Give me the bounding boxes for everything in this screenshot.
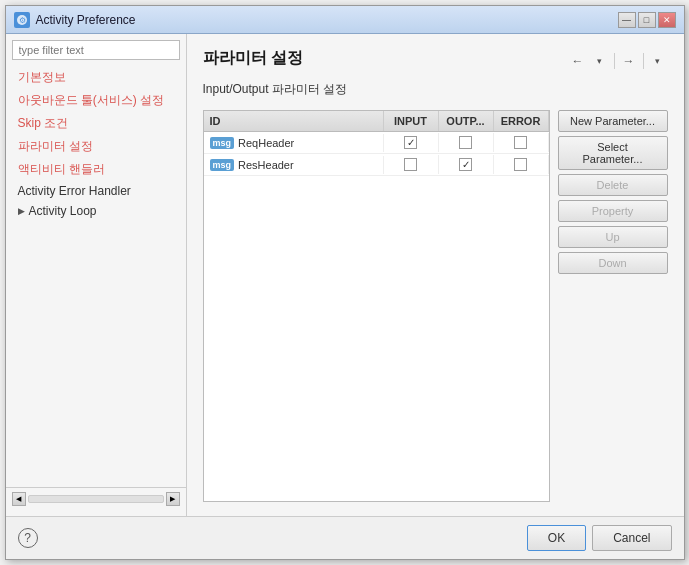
footer: ? OK Cancel xyxy=(6,516,684,559)
main-title: 파라미터 설정 xyxy=(203,48,303,69)
main-content: 파라미터 설정 ← ▾ → ▾ Input/Output 파라미터 설정 ID … xyxy=(187,34,684,516)
cell-output-0[interactable] xyxy=(439,133,494,152)
checkbox-error-1[interactable] xyxy=(514,158,527,171)
cancel-button[interactable]: Cancel xyxy=(592,525,671,551)
title-bar: ⚙ Activity Preference — □ ✕ xyxy=(6,6,684,34)
checkbox-input-1[interactable] xyxy=(404,158,417,171)
menu-dropdown-button[interactable]: ▾ xyxy=(648,51,668,71)
down-button[interactable]: Down xyxy=(558,252,668,274)
close-button[interactable]: ✕ xyxy=(658,12,676,28)
expand-arrow-icon: ▶ xyxy=(18,206,25,216)
toolbar: ← ▾ → ▾ xyxy=(568,51,668,71)
maximize-button[interactable]: □ xyxy=(638,12,656,28)
table-row[interactable]: msg ReqHeader xyxy=(204,132,549,154)
filter-input[interactable] xyxy=(12,40,180,60)
table-row[interactable]: msg ResHeader xyxy=(204,154,549,176)
footer-buttons: OK Cancel xyxy=(527,525,672,551)
select-parameter-button[interactable]: Select Parameter... xyxy=(558,136,668,170)
scroll-track[interactable] xyxy=(28,495,164,503)
cell-output-1[interactable] xyxy=(439,155,494,174)
dialog-title: Activity Preference xyxy=(36,13,136,27)
sidebar-item-activity-handler[interactable]: 액티비티 핸들러 xyxy=(6,158,186,181)
cell-id-0: msg ReqHeader xyxy=(204,134,384,152)
checkbox-output-1[interactable] xyxy=(459,158,472,171)
up-button[interactable]: Up xyxy=(558,226,668,248)
sidebar-item-loop-label: Activity Loop xyxy=(29,204,97,218)
svg-text:⚙: ⚙ xyxy=(18,16,25,25)
msg-badge-1: msg xyxy=(210,159,235,171)
msg-badge-0: msg xyxy=(210,137,235,149)
toolbar-separator-2 xyxy=(643,53,644,69)
cell-id-label-1: ResHeader xyxy=(238,159,294,171)
cell-error-1[interactable] xyxy=(494,155,549,174)
button-panel: New Parameter... Select Parameter... Del… xyxy=(558,110,668,502)
sidebar: 기본정보 아웃바운드 툴(서비스) 설정 Skip 조건 파라미터 설정 액티비… xyxy=(6,34,187,516)
checkbox-error-0[interactable] xyxy=(514,136,527,149)
sidebar-item-param-setting[interactable]: 파라미터 설정 xyxy=(6,135,186,158)
delete-button[interactable]: Delete xyxy=(558,174,668,196)
col-header-id: ID xyxy=(204,111,384,131)
sidebar-item-skip-condition[interactable]: Skip 조건 xyxy=(6,112,186,135)
property-button[interactable]: Property xyxy=(558,200,668,222)
panel-area: ID INPUT OUTP... ERROR msg ReqHeader xyxy=(203,110,668,502)
parameter-table: ID INPUT OUTP... ERROR msg ReqHeader xyxy=(203,110,550,502)
title-bar-left: ⚙ Activity Preference xyxy=(14,12,136,28)
dialog-icon: ⚙ xyxy=(14,12,30,28)
scroll-left-button[interactable]: ◀ xyxy=(12,492,26,506)
checkbox-input-0[interactable] xyxy=(404,136,417,149)
col-header-output: OUTP... xyxy=(439,111,494,131)
back-button[interactable]: ← xyxy=(568,51,588,71)
section-label: Input/Output 파라미터 설정 xyxy=(203,81,668,98)
sidebar-item-activity-error-handler[interactable]: Activity Error Handler xyxy=(6,181,186,201)
back-dropdown-button[interactable]: ▾ xyxy=(590,51,610,71)
checkbox-output-0[interactable] xyxy=(459,136,472,149)
minimize-button[interactable]: — xyxy=(618,12,636,28)
cell-input-1[interactable] xyxy=(384,155,439,174)
scroll-right-button[interactable]: ▶ xyxy=(166,492,180,506)
ok-button[interactable]: OK xyxy=(527,525,586,551)
col-header-input: INPUT xyxy=(384,111,439,131)
toolbar-separator xyxy=(614,53,615,69)
new-parameter-button[interactable]: New Parameter... xyxy=(558,110,668,132)
cell-id-label-0: ReqHeader xyxy=(238,137,294,149)
help-button[interactable]: ? xyxy=(18,528,38,548)
sidebar-scrollbar: ◀ ▶ xyxy=(6,487,186,510)
sidebar-item-activity-loop[interactable]: ▶ Activity Loop xyxy=(6,201,186,221)
col-header-error: ERROR xyxy=(494,111,549,131)
title-controls: — □ ✕ xyxy=(618,12,676,28)
sidebar-item-outbound[interactable]: 아웃바운드 툴(서비스) 설정 xyxy=(6,89,186,112)
sidebar-item-basic-info[interactable]: 기본정보 xyxy=(6,66,186,89)
cell-input-0[interactable] xyxy=(384,133,439,152)
cell-id-1: msg ResHeader xyxy=(204,156,384,174)
table-header: ID INPUT OUTP... ERROR xyxy=(204,111,549,132)
dialog: ⚙ Activity Preference — □ ✕ 기본정보 아웃바운드 툴… xyxy=(5,5,685,560)
cell-error-0[interactable] xyxy=(494,133,549,152)
forward-button[interactable]: → xyxy=(619,51,639,71)
content-area: 기본정보 아웃바운드 툴(서비스) 설정 Skip 조건 파라미터 설정 액티비… xyxy=(6,34,684,516)
